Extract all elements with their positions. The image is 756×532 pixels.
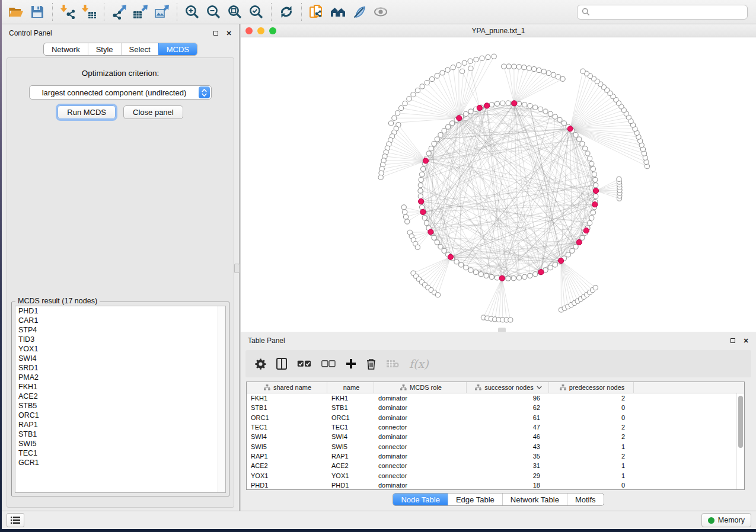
graph-leaf-node[interactable] [460,69,464,73]
zoom-selected-icon[interactable] [245,1,267,23]
list-item[interactable]: RAP1 [15,420,225,430]
graph-leaf-node[interactable] [502,64,506,69]
graph-node[interactable] [421,166,426,171]
tab-node-table[interactable]: Node Table [393,493,448,505]
graph-node[interactable] [418,188,423,193]
tab-mcds[interactable]: MCDS [158,43,197,55]
graph-node[interactable] [489,102,494,107]
show-all-networks-icon[interactable] [327,1,349,23]
clone-network-icon[interactable] [306,1,327,23]
maximize-window-button[interactable] [269,27,276,34]
graph-node[interactable] [553,114,557,119]
list-item[interactable]: TEC1 [15,448,225,458]
graph-node[interactable] [442,248,446,253]
graph-leaf-node[interactable] [560,76,565,81]
list-item[interactable]: SWI5 [15,439,225,448]
graph-node[interactable] [591,210,595,215]
table-row[interactable]: FKH1FKH1dominator962 [247,393,744,403]
graph-node[interactable] [479,272,483,277]
table-row[interactable]: PHD1PHD1dominator180 [247,480,744,490]
graph-node[interactable] [422,216,427,220]
refresh-view-icon[interactable] [276,1,297,23]
table-scrollbar[interactable] [736,393,744,489]
graph-leaf-node[interactable] [580,69,585,73]
graph-node[interactable] [573,244,578,249]
graph-leaf-node[interactable] [508,318,513,322]
list-item[interactable]: STB1 [15,430,225,439]
graph-node[interactable] [426,151,431,156]
graph-node[interactable] [468,109,473,114]
column-header-predecessor-nodes[interactable]: predecessor nodes [549,382,634,393]
select-all-checks-icon[interactable] [297,357,311,371]
graph-node[interactable] [522,274,527,279]
graph-leaf-node[interactable] [516,65,521,69]
graph-node[interactable] [459,262,464,267]
list-scrollbar[interactable] [218,306,225,492]
search-input[interactable] [577,5,748,20]
graph-node[interactable] [495,275,499,280]
list-item[interactable]: STB5 [15,401,225,411]
function-builder-icon[interactable]: f(x) [409,357,429,371]
graph-hub-node[interactable] [448,254,453,259]
graph-leaf-node[interactable] [378,175,383,180]
mcds-result-list[interactable]: PHD1CAR1STP4TID3YOX1SWI4SRD1PMA2FKH1ACE2… [15,306,226,493]
graph-hub-node[interactable] [538,270,544,275]
graph-node[interactable] [533,272,538,277]
graph-node[interactable] [424,220,429,225]
hide-selected-icon[interactable] [370,1,391,23]
graph-node[interactable] [588,220,592,225]
graph-leaf-node[interactable] [474,57,479,62]
graph-leaf-node[interactable] [593,285,598,290]
graph-leaf-node[interactable] [546,70,551,75]
zoom-fit-icon[interactable] [224,1,245,23]
list-item[interactable]: CAR1 [15,316,225,325]
column-header-name[interactable]: name [327,382,374,393]
graph-leaf-node[interactable] [462,60,467,65]
graph-leaf-node[interactable] [401,205,406,210]
graph-node[interactable] [418,183,423,188]
list-item[interactable]: ACE2 [15,392,225,401]
graph-hub-node[interactable] [457,116,462,121]
graph-node[interactable] [435,240,439,245]
task-history-icon[interactable] [7,513,24,527]
graph-leaf-node[interactable] [420,84,425,89]
graph-leaf-node[interactable] [451,65,455,70]
table-options-gear-icon[interactable] [255,357,266,371]
graph-node[interactable] [583,146,588,151]
graph-hub-node[interactable] [428,229,433,235]
list-item[interactable]: SWI4 [15,354,225,363]
table-row[interactable]: TEC1TEC1connector472 [247,422,744,432]
graph-leaf-node[interactable] [556,75,560,79]
zoom-out-icon[interactable] [203,1,224,23]
list-item[interactable]: FKH1 [15,382,225,392]
table-row[interactable]: SWI5SWI5connector431 [247,441,744,451]
import-table-icon[interactable] [78,1,100,23]
graph-node[interactable] [533,105,538,110]
graph-node[interactable] [438,133,443,137]
table-row[interactable]: SWI4SWI4dominator462 [247,432,744,441]
table-row[interactable]: ORC1ORC1dominator610 [247,413,744,422]
graph-hub-node[interactable] [423,158,428,164]
graph-node[interactable] [548,265,553,270]
graph-node[interactable] [516,275,521,280]
graph-node[interactable] [548,111,553,116]
column-header-successor-nodes[interactable]: successor nodes [467,382,549,393]
graph-hub-node[interactable] [592,202,598,207]
table-row[interactable]: ACE2ACE2connector311 [247,461,744,470]
graph-node[interactable] [594,194,598,198]
graph-node[interactable] [438,244,443,249]
zoom-in-icon[interactable] [181,1,203,23]
graph-node[interactable] [562,121,566,126]
tab-network-table[interactable]: Network Table [502,493,567,505]
graph-hub-node[interactable] [477,105,482,110]
graph-node[interactable] [495,101,499,106]
graph-node[interactable] [557,117,562,122]
graph-leaf-node[interactable] [407,97,412,101]
graph-node[interactable] [589,216,594,220]
list-item[interactable]: TID3 [15,335,225,344]
tab-edge-table[interactable]: Edge Table [448,493,502,505]
graph-leaf-node[interactable] [415,88,420,92]
graph-node[interactable] [432,142,436,146]
vizmapper-icon[interactable] [349,1,370,23]
list-item[interactable]: PHD1 [15,306,225,316]
